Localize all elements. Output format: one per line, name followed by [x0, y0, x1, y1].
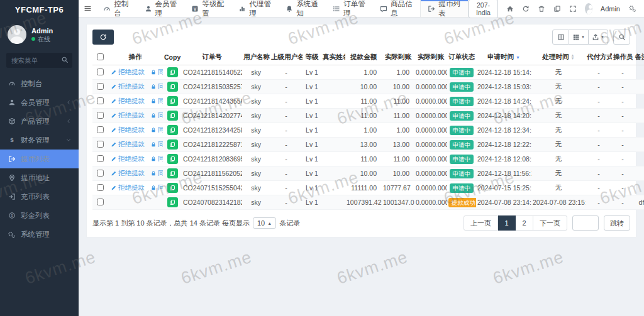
row-checkbox[interactable] [97, 112, 104, 119]
reject-withdraw-link[interactable]: 拒绝提款 [111, 140, 145, 149]
page-jump-input[interactable] [572, 215, 599, 231]
approve-withdraw-link[interactable]: 同意提款 [150, 126, 163, 134]
copy-pages-icon[interactable] [553, 5, 561, 13]
copy-button[interactable] [167, 96, 178, 106]
next-page-button[interactable]: 下一页 [533, 215, 567, 231]
col-header-3[interactable]: 订单号 [182, 50, 242, 65]
row-checkbox[interactable] [97, 199, 104, 205]
topbar-username[interactable]: Admin [601, 5, 620, 13]
col-header-11[interactable]: 订单状态 [447, 50, 476, 65]
sidebar-item-bonus-list[interactable]: $ 彩金列表 [0, 206, 79, 225]
copy-button[interactable] [167, 168, 178, 178]
search-toggle-button[interactable] [613, 30, 630, 45]
col-header-10[interactable]: 实际到账 [414, 50, 447, 65]
reject-withdraw-link[interactable]: 拒绝提款 [111, 169, 145, 178]
approve-withdraw-link[interactable]: 同意提款 [150, 155, 163, 163]
tab-orders[interactable]: 订单管理 [326, 0, 373, 17]
approve-withdraw-link[interactable]: 同意提款 [150, 68, 163, 77]
copy-button[interactable] [167, 154, 178, 164]
copy-button[interactable] [167, 111, 178, 121]
copy-button[interactable] [167, 67, 178, 77]
prev-page-button[interactable]: 上一页 [464, 215, 498, 231]
tab-agents[interactable]: 代理管理 [231, 0, 279, 17]
home-icon[interactable] [506, 5, 514, 13]
sidebar-item-products[interactable]: 产品管理 [0, 112, 79, 131]
export-button[interactable]: ▼ [589, 30, 608, 45]
sidebar-item-system[interactable]: 系统管理 [0, 225, 79, 244]
copy-button[interactable] [167, 197, 178, 207]
col-header-13[interactable]: 处理时间▲▼ [531, 50, 586, 65]
row-checkbox[interactable] [97, 68, 104, 75]
page-button-2[interactable]: 2 [516, 215, 533, 231]
clear-cache-icon[interactable] [538, 5, 545, 13]
topbar-avatar[interactable] [585, 3, 592, 14]
reject-withdraw-link[interactable]: 拒绝提款 [111, 126, 145, 134]
reject-withdraw-link[interactable]: 拒绝提款 [111, 82, 145, 91]
row-checkbox[interactable] [97, 141, 104, 148]
region-button[interactable]: 207-India [469, 0, 498, 18]
sidebar-item-withdraw-address[interactable]: 提币地址 [0, 168, 79, 187]
row-checkbox[interactable] [97, 170, 104, 177]
sidebar-item-dashboard[interactable]: 控制台 [0, 74, 79, 93]
copy-button[interactable] [167, 82, 178, 92]
col-header-6[interactable]: 等级 [303, 50, 321, 65]
tab-dashboard[interactable]: 控制台 [96, 0, 137, 17]
reject-withdraw-link[interactable]: 拒绝提款 [111, 111, 145, 120]
table-refresh-button[interactable] [92, 30, 114, 45]
app-logo: YFCMF-TP6 [0, 0, 79, 19]
approve-withdraw-link[interactable]: 同意提款 [150, 140, 163, 149]
operator-cell: - [612, 195, 633, 210]
row-checkbox[interactable] [97, 184, 104, 191]
per-page-select[interactable]: 10▲ [253, 217, 276, 229]
copy-button[interactable] [167, 183, 178, 193]
approve-withdraw-link[interactable]: 同意提款 [150, 111, 163, 120]
copy-button[interactable] [167, 125, 178, 135]
toggle-panel-icon[interactable] [557, 33, 565, 41]
tab-members[interactable]: 会员管理 [138, 0, 185, 17]
approve-withdraw-link[interactable]: 同意提款 [150, 183, 163, 192]
reject-withdraw-link[interactable]: 拒绝提款 [111, 97, 145, 106]
col-header-2[interactable]: Copy [163, 50, 182, 65]
reject-withdraw-link[interactable]: 拒绝提款 [111, 155, 145, 163]
columns-button[interactable]: ▼ [569, 30, 589, 45]
select-all-checkbox[interactable] [97, 53, 104, 60]
col-header-15[interactable]: 操作员 [612, 50, 633, 65]
row-checkbox[interactable] [97, 126, 104, 133]
col-header-14[interactable]: 代付方式 [586, 50, 612, 65]
row-checkbox[interactable] [97, 155, 104, 162]
copy-button[interactable] [167, 139, 178, 150]
tab-notices[interactable]: 系统通知 [279, 0, 326, 17]
col-header-12[interactable]: 申请时间▼ [476, 50, 531, 65]
approve-withdraw-link[interactable]: 同意提款 [150, 82, 163, 91]
tab-levels[interactable]: V 等级配置 [184, 0, 231, 17]
page-jump-button[interactable]: 跳转 [604, 215, 630, 231]
sidebar-item-deposit-list[interactable]: 充币列表 [0, 187, 79, 206]
approve-withdraw-link[interactable]: 同意提款 [150, 169, 163, 178]
col-header-8[interactable]: 提款金额 [345, 50, 382, 65]
menu-toggle-icon[interactable] [79, 0, 96, 17]
col-header-5[interactable]: 上级用户名称 [270, 50, 303, 65]
approve-withdraw-link[interactable]: 同意提款 [150, 97, 163, 106]
sidebar-item-members[interactable]: 会员管理 [0, 93, 79, 112]
reject-withdraw-link[interactable]: 拒绝提款 [111, 68, 145, 77]
row-checkbox[interactable] [97, 83, 104, 90]
settings-gear-icon[interactable] [628, 4, 636, 13]
reject-withdraw-link[interactable]: 拒绝提款 [111, 183, 145, 192]
page-button-1[interactable]: 1 [498, 215, 516, 231]
row-checkbox[interactable] [97, 97, 104, 104]
avatar[interactable] [8, 25, 26, 44]
col-header-7[interactable]: 真实姓名 [321, 50, 345, 65]
parent-user-cell: - [270, 166, 303, 181]
col-header-16[interactable]: 备注 [633, 50, 644, 65]
tab-goods[interactable]: 商品信息 [373, 0, 420, 17]
sidebar-item-withdraw-list[interactable]: 提币列表 [0, 150, 79, 168]
actual-amount-cell: 1001347.07 [382, 195, 414, 210]
fullscreen-icon[interactable] [569, 5, 577, 13]
col-header-9[interactable]: 实际到账 [382, 50, 414, 65]
refresh-icon[interactable] [522, 5, 530, 13]
tab-withdraw-list[interactable]: 提币列表 [420, 0, 469, 17]
col-header-0[interactable] [92, 50, 108, 65]
sidebar-item-finance[interactable]: $ 财务管理 [0, 131, 79, 150]
col-header-4[interactable]: 用户名称 [242, 50, 270, 65]
col-header-1[interactable]: 操作 [108, 50, 163, 65]
